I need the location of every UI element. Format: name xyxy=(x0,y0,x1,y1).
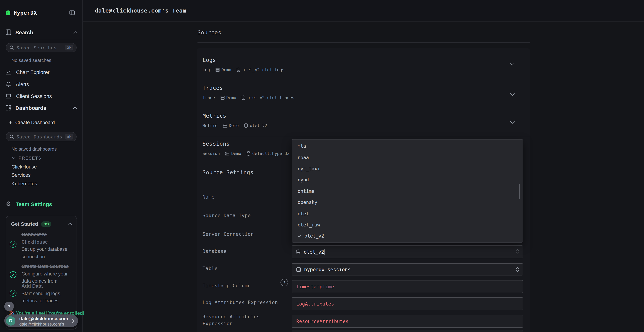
check-circle-icon xyxy=(10,241,16,248)
source-settings-heading: Source Settings xyxy=(202,169,254,176)
task-desc: Start sending logs, metrics, or traces xyxy=(22,290,72,305)
sidebar-section-search[interactable]: Search xyxy=(6,28,77,36)
table-label: Table xyxy=(202,266,218,271)
sidebar-item-alerts[interactable]: Alerts xyxy=(0,80,83,90)
chevron-down-icon xyxy=(12,157,16,159)
source-data-type-label: Source Data Type xyxy=(202,212,251,218)
dropdown-option-opensky[interactable]: opensky xyxy=(292,197,523,208)
dropdown-option-nyc_taxi[interactable]: nyc_taxi xyxy=(292,163,523,174)
source-table-badge: otel_v2 xyxy=(244,123,267,128)
logo[interactable]: ⚡ HyperDX xyxy=(6,9,37,16)
preset-kubernetes[interactable]: Kubernetes xyxy=(12,181,37,186)
task-desc: Set up your database connection xyxy=(22,246,68,260)
select-arrows-icon[interactable] xyxy=(516,267,519,272)
chevron-down-icon[interactable] xyxy=(510,121,515,124)
sidebar-item-client-sessions[interactable]: Client Sessions xyxy=(0,91,83,101)
task-title: Create Data Sources xyxy=(22,264,69,269)
sidebar-item-chart-explorer[interactable]: Chart Explorer xyxy=(0,67,83,77)
team-header: dale@clickhouse.com's Team xyxy=(83,0,644,22)
sidebar-divider xyxy=(0,115,82,115)
sidebar-divider xyxy=(0,39,82,39)
next-field-partial[interactable] xyxy=(292,330,523,332)
resource-attributes-label-line2: Expression xyxy=(202,320,233,326)
server-icon xyxy=(223,124,227,128)
resource-attributes-label-line1: Resource Attributes xyxy=(202,314,260,320)
source-title: Logs xyxy=(202,57,530,63)
chevron-down-icon[interactable] xyxy=(510,62,515,65)
source-table-badge: otel_v2.otel_traces xyxy=(242,95,294,100)
dropdown-option-ontime[interactable]: ontime xyxy=(292,186,523,197)
database-icon xyxy=(244,124,248,128)
dashboards-icon xyxy=(6,105,11,110)
check-circle-icon xyxy=(10,271,16,278)
shortcut-badge: ⌘K xyxy=(65,45,73,50)
plus-icon: + xyxy=(9,119,12,126)
chevron-up-icon[interactable] xyxy=(73,31,77,34)
source-row-traces[interactable]: Traces Trace Demo otel_v2.otel_traces xyxy=(197,81,530,109)
database-icon xyxy=(242,96,246,100)
resource-attributes-value: ResourceAttributes xyxy=(296,318,349,324)
resource-attributes-input[interactable]: ResourceAttributes xyxy=(292,315,523,328)
collapse-sidebar-icon[interactable] xyxy=(70,10,75,15)
select-arrows-icon[interactable] xyxy=(516,249,519,254)
dropdown-option-otel[interactable]: otel xyxy=(292,208,523,219)
saved-searches-input[interactable]: Saved Searches ⌘K xyxy=(6,43,76,52)
get-started-title: Get Started xyxy=(11,221,38,227)
server-icon xyxy=(216,68,220,72)
sidebar-section-dashboards[interactable]: Dashboards xyxy=(6,104,77,111)
task-create-data-sources[interactable]: Create Data Sources Configure where your… xyxy=(10,263,75,285)
table-select[interactable]: hyperdx_sessions xyxy=(292,263,523,276)
preset-clickhouse[interactable]: ClickHouse xyxy=(12,164,37,170)
sources-section-title: Sources xyxy=(198,29,221,36)
laptop-icon xyxy=(6,94,12,99)
task-add-data[interactable]: Add Data Start sending logs, metrics, or… xyxy=(10,283,75,305)
task-connect-clickhouse[interactable]: Connect to ClickHouse Set up your databa… xyxy=(10,231,74,260)
source-type-badge: Trace xyxy=(202,95,215,100)
source-row-logs[interactable]: Logs Log Demo otel_v2.otel_logs xyxy=(197,48,530,81)
get-started-header[interactable]: Get Started 3/3 xyxy=(11,221,72,227)
timestamp-column-input[interactable]: TimestampTime xyxy=(292,280,523,293)
chevron-down-icon[interactable] xyxy=(510,93,515,96)
create-dashboard-label: Create Dashboard xyxy=(16,120,55,125)
no-saved-dashboards-text: No saved dashboards xyxy=(12,146,57,152)
dropdown-option-mta[interactable]: mta xyxy=(292,140,523,152)
sidebar-item-label: Alerts xyxy=(16,82,29,87)
preset-services[interactable]: Services xyxy=(12,172,30,178)
dropdown-option-otel_v2-selected[interactable]: otel_v2 xyxy=(292,230,523,242)
sidebar: ⚡ HyperDX Search Saved Searches ⌘K No sa… xyxy=(0,0,83,332)
database-value: otel_v2 xyxy=(304,249,324,255)
chevron-up-icon[interactable] xyxy=(68,223,72,225)
saved-dashboards-input[interactable]: Saved Dashboards ⌘K xyxy=(6,132,76,141)
server-connection-label: Server Connection xyxy=(202,231,254,237)
search-icon xyxy=(10,46,14,50)
sidebar-item-team-settings[interactable]: Team Settings xyxy=(6,200,52,208)
source-title: Traces xyxy=(202,85,530,91)
create-dashboard-button[interactable]: + Create Dashboard xyxy=(9,119,55,126)
main-content: dale@clickhouse.com's Team Sources Logs … xyxy=(83,0,644,332)
user-team-name: dale@clickhouse.com's xyxy=(19,322,72,326)
log-attributes-input[interactable]: LogAttributes xyxy=(292,297,523,310)
dropdown-option-noaa[interactable]: noaa xyxy=(292,152,523,163)
gear-icon xyxy=(6,201,11,206)
table-value: hyperdx_sessions xyxy=(304,266,350,272)
dropdown-option-otel_raw[interactable]: otel_raw xyxy=(292,219,523,230)
hyperdx-logo-icon: ⚡ xyxy=(6,10,10,16)
database-select[interactable]: otel_v2 xyxy=(292,246,523,258)
chevron-up-icon[interactable] xyxy=(73,106,77,109)
user-menu[interactable]: D dale@clickhouse.com dale@clickhouse.co… xyxy=(4,314,78,327)
timestamp-help-icon[interactable]: ? xyxy=(280,279,288,286)
search-icon xyxy=(10,134,14,139)
log-attributes-label: Log Attributes Expression xyxy=(202,300,278,305)
app-wordmark: HyperDX xyxy=(14,10,37,16)
sidebar-item-label: Client Sessions xyxy=(16,94,52,99)
presets-toggle[interactable]: PRESETS xyxy=(12,155,42,161)
timestamp-column-label: Timestamp Column xyxy=(202,283,251,288)
bell-icon xyxy=(6,82,11,87)
source-connection-badge: Demo xyxy=(220,95,236,100)
dropdown-scrollbar[interactable] xyxy=(518,184,520,199)
dropdown-option-nypd[interactable]: nypd xyxy=(292,174,523,186)
avatar: D xyxy=(6,316,16,326)
check-circle-icon xyxy=(10,290,16,296)
source-row-metrics[interactable]: Metrics Metric Demo otel_v2 xyxy=(197,109,530,137)
help-button[interactable]: ? xyxy=(4,302,14,311)
